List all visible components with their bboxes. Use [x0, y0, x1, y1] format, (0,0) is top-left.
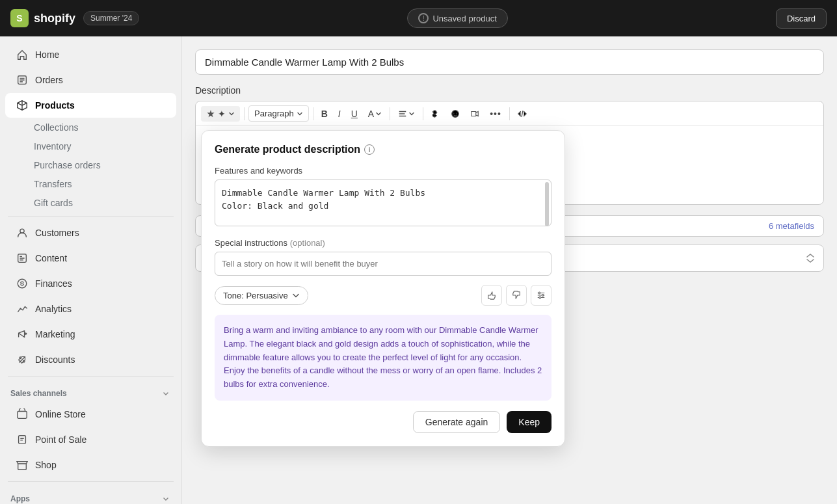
products-icon [16, 99, 29, 112]
warning-icon: ! [418, 13, 429, 23]
sidebar-home-label: Home [35, 49, 59, 60]
shopify-icon: S [10, 9, 29, 27]
toolbar-divider-3 [390, 107, 390, 120]
svg-point-9 [453, 113, 454, 113]
text-color-button[interactable]: A [364, 106, 386, 122]
settings-button[interactable] [531, 285, 551, 306]
tone-label: Tone: Persuasive [223, 291, 288, 300]
sidebar-divider-2 [8, 376, 174, 377]
thumbs-down-button[interactable] [506, 285, 527, 306]
sliders-icon [537, 291, 546, 300]
more-dots-icon: ••• [490, 109, 501, 119]
tone-actions [481, 285, 551, 306]
ai-generate-button[interactable]: ✦ [201, 106, 240, 122]
sidebar-item-analytics[interactable]: Analytics [5, 297, 176, 321]
italic-button[interactable]: I [334, 106, 345, 122]
bold-button[interactable]: B [317, 106, 332, 122]
sidebar-orders-label: Orders [35, 75, 63, 85]
marketing-icon [16, 328, 29, 341]
video-button[interactable] [466, 107, 483, 121]
sidebar-item-pos[interactable]: Point of Sale [5, 427, 176, 452]
main-layout: Home Orders Products Collections [0, 36, 837, 504]
apps-chevron[interactable] [161, 494, 171, 504]
home-icon [16, 48, 29, 61]
discounts-icon [16, 353, 29, 366]
sidebar-item-orders[interactable]: Orders [5, 68, 176, 92]
editor-toolbar: ✦ Paragraph B I U A [196, 101, 823, 126]
sidebar-pos-label: Point of Sale [35, 434, 86, 445]
description-label: Description [195, 85, 824, 96]
discard-button[interactable]: Discard [776, 8, 827, 29]
features-textarea[interactable]: Dimmable Candle Warmer Lamp With 2 Bulbs… [215, 179, 551, 226]
sales-channels-chevron[interactable] [161, 388, 171, 399]
keep-button[interactable]: Keep [507, 411, 551, 433]
svg-rect-7 [19, 436, 26, 444]
sidebar-item-online-store[interactable]: Online Store [5, 402, 176, 427]
finances-icon [16, 277, 29, 290]
sidebar-item-shop[interactable]: Shop [5, 453, 176, 477]
svg-rect-6 [18, 412, 27, 419]
sidebar-item-marketing[interactable]: Marketing [5, 322, 176, 347]
sidebar-products-label: Products [35, 100, 75, 111]
features-wrapper: Dimmable Candle Warmer Lamp With 2 Bulbs… [215, 179, 551, 229]
analytics-icon [16, 302, 29, 315]
description-editor: ✦ Paragraph B I U A [195, 101, 824, 205]
generate-again-button[interactable]: Generate again [413, 411, 501, 433]
sidebar-finances-label: Finances [35, 278, 72, 289]
shopify-wordmark: shopify [34, 12, 75, 25]
sidebar-sub-collections[interactable]: Collections [5, 118, 176, 137]
sidebar-item-content[interactable]: Content [5, 246, 176, 271]
sidebar-sub-purchase-orders[interactable]: Purchase orders [5, 156, 176, 174]
text-color-chevron-icon [375, 111, 382, 117]
shopify-logo: S shopify [10, 9, 75, 27]
product-title-input[interactable] [195, 49, 824, 75]
special-instructions-input[interactable] [215, 252, 551, 276]
more-options-button[interactable]: ••• [486, 106, 505, 122]
sidebar-divider-1 [8, 216, 174, 217]
toolbar-divider-2 [313, 107, 313, 120]
metafields-count: 6 metafields [769, 221, 814, 231]
code-icon [518, 109, 527, 118]
chevron-up-icon [806, 253, 814, 258]
info-icon: i [364, 144, 375, 155]
sidebar-item-home[interactable]: Home [5, 42, 176, 67]
sidebar-item-customers[interactable]: Customers [5, 220, 176, 245]
svg-point-11 [538, 292, 540, 294]
text-color-icon: A [368, 109, 374, 119]
toolbar-divider-5 [509, 107, 510, 120]
link-button[interactable] [427, 107, 444, 121]
chevron-down-icon [806, 258, 814, 263]
alignment-button[interactable] [394, 107, 419, 121]
tone-chevron-icon [292, 291, 300, 299]
sidebar-divider-3 [8, 481, 174, 482]
sidebar-sub-transfers[interactable]: Transfers [5, 175, 176, 193]
sidebar-item-finances[interactable]: Finances [5, 271, 176, 296]
sidebar-item-discounts[interactable]: Discounts [5, 347, 176, 372]
apps-header: Apps [0, 486, 181, 504]
unsaved-product-pill: ! Unsaved product [407, 8, 507, 28]
sidebar-marketing-label: Marketing [35, 329, 75, 339]
emoji-button[interactable] [447, 107, 464, 121]
sidebar-sub-inventory[interactable]: Inventory [5, 137, 176, 155]
thumbs-up-button[interactable] [481, 285, 502, 306]
orders-icon [16, 73, 29, 86]
features-label: Features and keywords [215, 166, 551, 176]
code-button[interactable] [514, 107, 531, 121]
shop-icon [16, 458, 29, 471]
channel-dropdown-arrows[interactable] [806, 253, 814, 263]
sales-channels-header: Sales channels [0, 380, 181, 401]
content-icon [16, 252, 29, 265]
align-icon [398, 109, 407, 118]
sidebar-sub-gift-cards[interactable]: Gift cards [5, 194, 176, 212]
sidebar-customers-label: Customers [35, 228, 79, 238]
tone-row: Tone: Persuasive [215, 285, 551, 306]
content-area: Description ✦ Paragraph B I [182, 36, 837, 504]
sidebar: Home Orders Products Collections [0, 36, 182, 504]
sidebar-item-products[interactable]: Products [5, 93, 176, 118]
paragraph-select[interactable]: Paragraph [248, 105, 309, 122]
ai-generate-popup: Generate product description i Features … [201, 130, 565, 447]
tone-select[interactable]: Tone: Persuasive [215, 286, 308, 305]
underline-button[interactable]: U [347, 106, 362, 122]
svg-point-13 [539, 297, 541, 298]
sidebar-discounts-label: Discounts [35, 354, 75, 365]
